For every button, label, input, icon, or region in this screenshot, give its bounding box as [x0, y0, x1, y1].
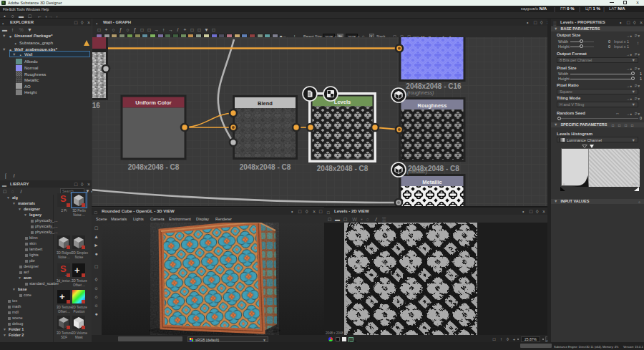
- svg-text:2048x2048 - C8: 2048x2048 - C8: [317, 165, 369, 172]
- svg-text:Levels: Levels: [334, 99, 351, 105]
- svg-text:Roughness: Roughness: [418, 102, 447, 109]
- svg-text:.16: .16: [92, 102, 100, 110]
- svg-text:Metallic: Metallic: [422, 179, 442, 185]
- svg-text:2048x2048 - C8: 2048x2048 - C8: [240, 163, 291, 171]
- svg-text:Blend: Blend: [258, 100, 273, 107]
- svg-text:(metallic): (metallic): [407, 169, 427, 175]
- svg-text:2048x2048 - C16: 2048x2048 - C16: [406, 82, 462, 90]
- svg-text:2048x2048 - C8: 2048x2048 - C8: [128, 163, 180, 171]
- svg-text:(roughness): (roughness): [407, 90, 434, 96]
- svg-text:Uniform Color: Uniform Color: [135, 99, 171, 106]
